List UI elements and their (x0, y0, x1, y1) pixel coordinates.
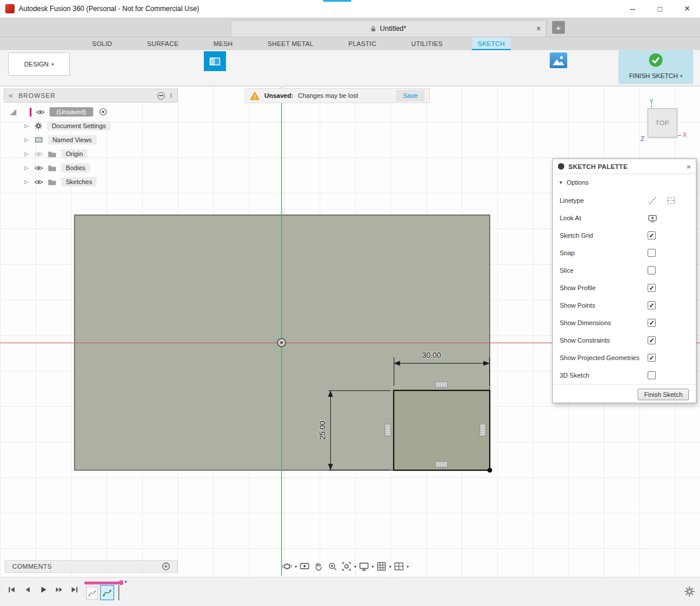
slice-checkbox[interactable]: ✓ (648, 266, 656, 274)
timeline-end-button[interactable] (70, 585, 79, 594)
chevron-down-icon[interactable]: ▾ (406, 564, 409, 569)
timeline-forward-button[interactable] (54, 585, 63, 594)
chevron-down-icon[interactable]: ▾ (354, 564, 356, 569)
timeline-begin-button[interactable] (7, 585, 16, 594)
pan-hand-icon (313, 561, 324, 572)
warning-icon (250, 91, 260, 100)
tree-item-label[interactable]: Document Settings (47, 121, 111, 131)
show-dimensions-checkbox[interactable]: ✓ (648, 319, 656, 327)
expand-arrow-icon[interactable]: ▷ (24, 123, 29, 129)
show-profile-checkbox[interactable]: ✓ (648, 284, 656, 292)
warning-message: Changes may be lost (298, 92, 358, 99)
3d-sketch-checkbox[interactable]: ✓ (648, 371, 656, 379)
save-link-button[interactable]: Save (396, 90, 425, 101)
timeline-feature-origin[interactable] (86, 587, 98, 600)
palette-row-slice: Slice ✓ (553, 262, 696, 279)
eye-icon[interactable] (34, 179, 43, 185)
browser-item-origin[interactable]: ▷ Origin (5, 147, 87, 161)
timeline-back-button[interactable] (23, 585, 32, 594)
palette-row-linetype: Linetype (553, 192, 696, 209)
orbit-tool-button[interactable] (281, 560, 294, 573)
construction-linetype-button[interactable] (648, 196, 657, 206)
look-at-tool-button[interactable] (298, 560, 311, 573)
sketch-grid-checkbox[interactable]: ✓ (648, 231, 656, 239)
activate-component-icon[interactable] (99, 108, 107, 116)
eye-icon[interactable] (36, 109, 45, 115)
component-filter-icon (9, 108, 17, 116)
tree-item-label[interactable]: Bodies (61, 163, 90, 172)
display-settings-button[interactable] (358, 560, 370, 573)
hide-all-icon[interactable] (157, 92, 165, 100)
chevron-down-icon[interactable]: ▾ (295, 564, 297, 569)
constraint-badge-left[interactable] (385, 424, 391, 436)
viewports-button[interactable] (393, 560, 405, 573)
sketch-endpoint[interactable] (487, 468, 492, 473)
chevron-down-icon[interactable]: ▾ (389, 564, 391, 569)
chevron-down-icon[interactable]: ▾ (372, 564, 374, 569)
eye-hidden-icon[interactable] (34, 151, 43, 157)
row-label: Show Constraints (560, 337, 610, 344)
tree-item-label[interactable]: Named Views (48, 135, 97, 145)
origin-point[interactable] (278, 339, 286, 347)
options-section-label: Options (567, 179, 589, 186)
show-points-checkbox[interactable]: ✓ (648, 301, 656, 309)
centerline-linetype-button[interactable] (666, 196, 676, 206)
zoom-tool-button[interactable] (326, 560, 339, 573)
folder-icon (48, 178, 56, 185)
constraint-badge-top[interactable] (436, 382, 447, 387)
sketch-rectangle-small[interactable] (394, 390, 490, 470)
expand-arrow-icon[interactable]: ▷ (24, 137, 29, 143)
collapse-browser-icon[interactable]: « (9, 91, 13, 100)
tree-item-label[interactable]: Sketches (61, 177, 97, 186)
palette-finish-sketch-button[interactable]: Finish Sketch (638, 389, 689, 400)
browser-item-named-views[interactable]: ▷ Named Views (5, 133, 97, 147)
palette-row-3d-sketch: 3D Sketch ✓ (553, 367, 696, 384)
row-label: Show Projected Geometries (560, 354, 639, 361)
view-cube[interactable]: Y TOP X Z (638, 97, 696, 149)
sketch-palette-header[interactable]: SKETCH PALETTE » (553, 159, 696, 174)
active-component-marker (30, 108, 31, 117)
height-dimension-value[interactable]: 25.00 (318, 413, 327, 449)
constraint-badge-bottom[interactable] (436, 461, 447, 467)
expand-arrow-icon[interactable]: ▷ (24, 151, 29, 157)
palette-options-section[interactable]: ▼ Options (553, 174, 696, 191)
timeline-playhead[interactable] (118, 585, 119, 600)
snap-checkbox[interactable]: ✓ (648, 249, 656, 257)
width-dimension-value[interactable]: 30.00 (413, 351, 450, 360)
show-projected-geometries-checkbox[interactable]: ✓ (648, 354, 656, 362)
row-label: Slice (560, 267, 574, 274)
constraint-badge-right[interactable] (480, 424, 486, 436)
grid-settings-button[interactable] (375, 560, 388, 573)
panel-grip-icon[interactable]: ‖ (169, 92, 172, 99)
fusion360-window: Autodesk Fusion 360 (Personal - Not for … (0, 0, 700, 606)
timeline-position-bar[interactable] (84, 582, 119, 584)
look-at-button[interactable] (648, 214, 657, 223)
palette-expand-icon[interactable]: » (687, 163, 691, 171)
timeline-settings-gear-icon[interactable] (684, 586, 695, 597)
fit-tool-button[interactable] (340, 560, 353, 573)
expand-arrow-icon[interactable]: ▷ (24, 165, 29, 171)
expand-arrow-icon[interactable]: ▷ (24, 179, 29, 185)
tree-item-label[interactable]: Origin (61, 149, 87, 158)
add-comment-icon[interactable] (162, 562, 170, 570)
document-root-label[interactable]: (Unsaved) (50, 107, 93, 117)
grid-icon (376, 561, 387, 572)
browser-item-document-settings[interactable]: ▷ Document Settings (5, 119, 111, 133)
show-constraints-checkbox[interactable]: ✓ (648, 336, 656, 344)
timeline-position-marker[interactable] (119, 580, 123, 585)
timeline-marker-chevron-icon[interactable]: ▾ (125, 579, 127, 584)
pan-tool-button[interactable] (312, 560, 325, 573)
timeline-feature-sketch1[interactable] (100, 585, 114, 600)
comments-bar[interactable]: COMMENTS (5, 560, 178, 573)
eye-icon[interactable] (34, 165, 43, 171)
palette-divider (553, 384, 696, 385)
folder-icon (48, 164, 56, 171)
timeline-playback-controls (7, 585, 79, 594)
timeline-play-button[interactable] (38, 585, 48, 594)
browser-item-sketches[interactable]: ▷ Sketches (5, 175, 97, 189)
viewcube-top-face[interactable]: TOP (648, 108, 677, 138)
check-icon: ✓ (649, 337, 654, 344)
browser-item-bodies[interactable]: ▷ Bodies (5, 161, 90, 175)
browser-root-row[interactable]: (Unsaved) (5, 105, 107, 119)
row-label: Sketch Grid (560, 232, 593, 239)
